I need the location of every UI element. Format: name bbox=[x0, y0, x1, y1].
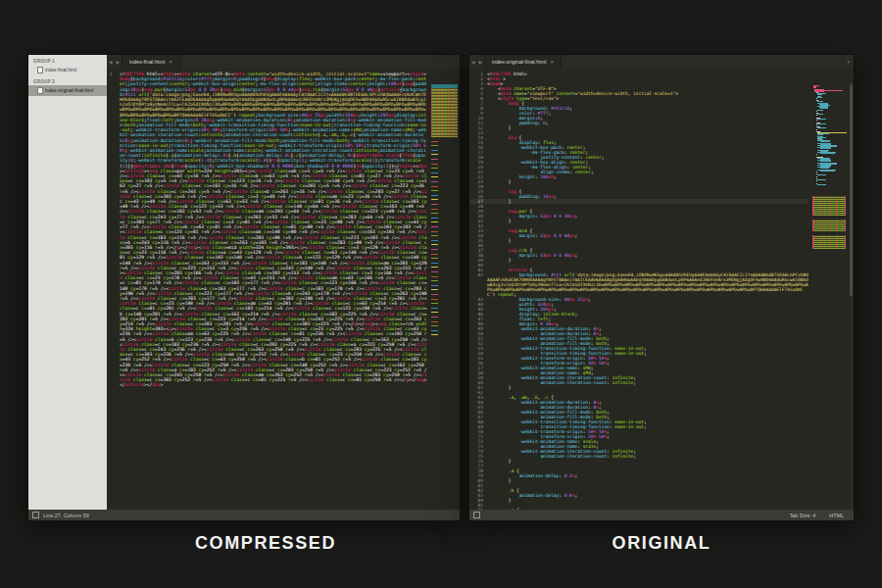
line-number: 42 bbox=[469, 272, 487, 277]
minimap-bar bbox=[817, 119, 826, 120]
minimap-code-noise bbox=[431, 84, 458, 137]
minimap-bar bbox=[817, 174, 826, 175]
code-area-original[interactable]: 1<!DOCTYPE html>2<html >3<head>4 <meta c… bbox=[469, 69, 854, 510]
minimap-bar bbox=[820, 153, 835, 154]
compressed-editor-window: GROUP 1index-final.htmlGROUP 2index-orig… bbox=[27, 54, 461, 521]
desktop-background: GROUP 1index-final.htmlGROUP 2index-orig… bbox=[0, 0, 882, 588]
editor-pane-compressed: ◀ ▶ index-final.html × 1 <!DOCTYPE html>… bbox=[107, 55, 460, 510]
minimap-line-marks bbox=[431, 141, 438, 337]
minimap-svg-noise bbox=[812, 196, 846, 253]
minimap-bar bbox=[813, 112, 846, 113]
code-line-text: background: #111 url('data:image/png;bas… bbox=[487, 272, 808, 297]
minimap-noise-band bbox=[812, 235, 846, 249]
sidebar-item-label: index-original-final.html bbox=[45, 88, 93, 93]
minimap-bar bbox=[817, 110, 823, 111]
sidebar-item-label: index-final.html bbox=[45, 68, 76, 73]
original-editor-window: ◀ ▶ index-original-final.html × ▾ 1<!DOC… bbox=[468, 54, 855, 521]
minimap-noise-band bbox=[812, 220, 846, 231]
tab-index-original-final[interactable]: index-original-final.html × bbox=[484, 55, 562, 69]
status-bar-left: Line 27, Column 59 bbox=[28, 510, 460, 520]
minimap-bar bbox=[817, 179, 826, 180]
minimap-noise-band bbox=[812, 196, 846, 216]
minimap-bar bbox=[813, 99, 846, 100]
tab-index-final[interactable]: index-final.html × bbox=[122, 55, 180, 69]
minimap-bar bbox=[817, 127, 826, 128]
minimap-bar bbox=[813, 172, 846, 173]
tab-label: index-final.html bbox=[129, 59, 165, 65]
minimap-bar bbox=[820, 171, 835, 172]
source-code-lines: 1<!DOCTYPE html>2<html >3<head>4 <meta c… bbox=[469, 72, 808, 510]
chevron-right-icon[interactable]: ▶ bbox=[476, 60, 483, 65]
close-icon[interactable]: × bbox=[169, 59, 172, 65]
minimap-line-bars bbox=[813, 85, 846, 185]
minimap-bar bbox=[813, 177, 846, 178]
sidebar-group-header: GROUP 2 bbox=[28, 75, 107, 85]
minimap-bar bbox=[817, 184, 826, 185]
chevron-left-icon[interactable]: ◀ bbox=[469, 60, 476, 65]
sidebar-item-index-final-html[interactable]: index-final.html bbox=[28, 65, 107, 75]
code-line: 42 background: #111 url('data:image/png;… bbox=[469, 272, 808, 297]
tab-bar-right: ◀ ▶ index-original-final.html × ▾ bbox=[469, 55, 854, 70]
minimap-left[interactable] bbox=[430, 82, 460, 510]
minimap-bar bbox=[817, 123, 826, 124]
minimap-bar bbox=[817, 97, 822, 98]
close-icon[interactable]: × bbox=[550, 59, 554, 65]
minimap-right[interactable] bbox=[810, 82, 854, 510]
status-bar-right: Tab Size: 4 HTML bbox=[469, 510, 854, 520]
tab-label: index-original-final.html bbox=[492, 59, 546, 65]
minified-code-text: <!DOCTYPE html><html><meta charset=UTF-8… bbox=[120, 72, 427, 510]
label-original: ORIGINAL bbox=[468, 530, 855, 556]
tab-bar-left: ◀ ▶ index-final.html × bbox=[107, 55, 460, 70]
scrollbar-thumb[interactable] bbox=[850, 84, 853, 296]
line-number: 1 bbox=[110, 72, 113, 76]
minimap-bar bbox=[813, 181, 846, 182]
tab-size-indicator[interactable]: Tab Size: 4 bbox=[790, 513, 816, 518]
cursor-position: Line 27, Column 59 bbox=[43, 513, 89, 518]
chevron-left-icon[interactable]: ◀ bbox=[107, 60, 114, 65]
label-compressed: COMPRESSED bbox=[49, 530, 482, 556]
sidebar-item-index-original-final-html[interactable]: index-original-final.html bbox=[28, 85, 107, 96]
minimap-bar bbox=[817, 114, 823, 115]
tab-overflow-icon[interactable]: ▾ bbox=[843, 59, 854, 65]
file-icon bbox=[37, 87, 43, 94]
chevron-right-icon[interactable]: ▶ bbox=[114, 60, 121, 65]
editor-pane-original: ◀ ▶ index-original-final.html × ▾ 1<!DOC… bbox=[469, 55, 854, 510]
file-icon bbox=[37, 67, 43, 74]
sublime-status-icon bbox=[32, 512, 39, 518]
code-area-compressed[interactable]: 1 <!DOCTYPE html><html><meta charset=UTF… bbox=[107, 69, 460, 510]
sidebar: GROUP 1index-final.htmlGROUP 2index-orig… bbox=[28, 55, 107, 510]
syntax-indicator[interactable]: HTML bbox=[829, 513, 844, 518]
sidebar-group-header: GROUP 1 bbox=[28, 55, 107, 65]
sublime-status-icon bbox=[473, 512, 480, 518]
